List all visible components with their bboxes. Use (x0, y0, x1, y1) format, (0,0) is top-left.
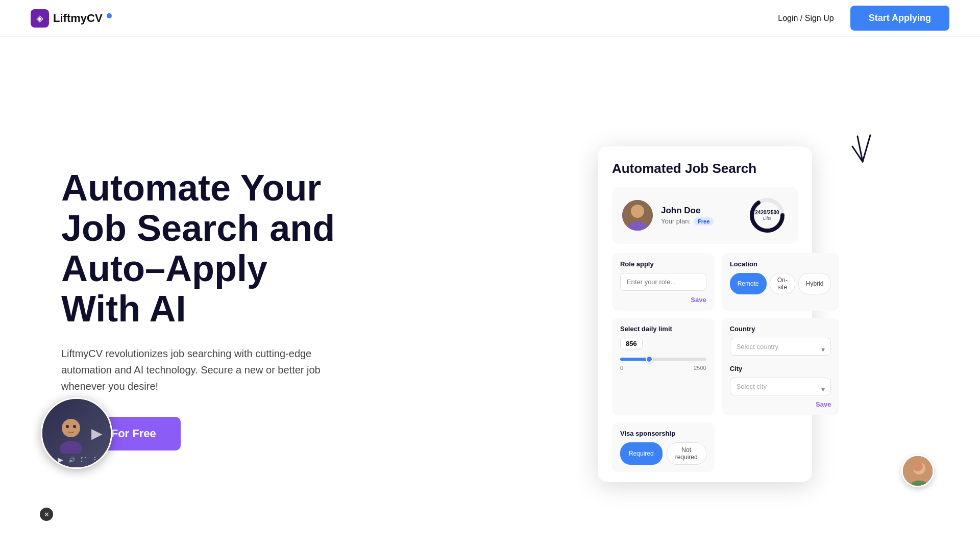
profile-plan: Your plan: Free (661, 217, 739, 226)
avatar-svg (622, 200, 653, 231)
face-svg (51, 413, 91, 454)
svg-line-5 (863, 135, 870, 162)
city-label: City (730, 365, 831, 372)
visa-not-required-button[interactable]: Not required (667, 442, 706, 465)
donut-text: 2420/2500 Lifts (755, 210, 779, 221)
svg-point-3 (73, 425, 76, 428)
location-hybrid-button[interactable]: Hybrid (798, 273, 831, 294)
city-select-wrapper: Select city (730, 378, 831, 400)
country-select-wrapper: Select country (730, 338, 831, 361)
role-save-link[interactable]: Save (620, 296, 706, 304)
role-input[interactable] (620, 273, 706, 291)
profile-info: John Doe Your plan: Free (661, 206, 739, 226)
svg-point-1 (60, 441, 82, 454)
avatar-container (622, 200, 653, 231)
more-icon[interactable]: ⋮ (91, 456, 99, 464)
avatar (622, 200, 653, 231)
country-select[interactable]: Select country (730, 338, 831, 356)
fullscreen-icon[interactable]: ⛶ (81, 457, 86, 463)
visa-required-button[interactable]: Required (620, 442, 663, 465)
app-card: Automated Job Search John Doe Yo (598, 146, 812, 482)
logo-text: LiftmyCV (53, 12, 103, 25)
profile-name: John Doe (661, 206, 739, 216)
visa-section: Visa sponsorship Required Not required (612, 422, 715, 472)
daily-limit-label: Select daily limit (620, 325, 706, 333)
video-close-button[interactable]: ✕ (40, 508, 53, 521)
nav-right: Login / Sign Up Start Applying (778, 6, 949, 31)
location-save-link[interactable]: Save (730, 400, 831, 408)
country-section: Country Select country City Select city (722, 318, 840, 415)
svg-point-8 (631, 205, 644, 218)
video-controls: ▶ 🔊 ⛶ ⋮ (54, 454, 120, 466)
floating-avatar (901, 455, 934, 487)
sparkle-svg (847, 131, 878, 167)
location-remote-button[interactable]: Remote (730, 273, 767, 294)
role-label: Role apply (620, 260, 706, 268)
svg-point-13 (913, 462, 925, 474)
slider-container: 856 0 2500 (620, 338, 706, 371)
logo-badge (107, 13, 112, 18)
location-buttons: Remote On-site Hybrid (730, 273, 831, 294)
daily-limit-section: Select daily limit 856 0 2500 (612, 318, 715, 415)
logo-icon: ◈ (31, 9, 49, 28)
city-container: City Select city (730, 365, 831, 400)
slider-thumb[interactable] (646, 356, 653, 363)
donut-chart: 2420/2500 Lifts (747, 195, 788, 236)
main-content: Automate Your Job Search and Auto–Apply … (0, 37, 980, 551)
card-title: Automated Job Search (612, 161, 798, 177)
city-select[interactable]: Select city (730, 378, 831, 395)
slider-value: 856 (620, 338, 643, 349)
location-label: Location (730, 260, 831, 268)
app-card-section: Automated Job Search John Doe Yo (491, 136, 919, 482)
volume-icon[interactable]: 🔊 (68, 457, 76, 463)
floating-avatar-svg (903, 456, 934, 487)
sparkle-decoration (847, 131, 878, 169)
svg-point-2 (66, 425, 69, 428)
role-section: Role apply Save (612, 253, 715, 311)
location-section: Location Remote On-site Hybrid (722, 253, 840, 311)
play-icon[interactable]: ▶ (58, 456, 63, 464)
profile-section: John Doe Your plan: Free 2420/2500 (612, 187, 798, 244)
start-applying-button[interactable]: Start Applying (850, 6, 949, 31)
country-label: Country (730, 325, 831, 333)
plan-badge: Free (694, 217, 714, 226)
logo: ◈ LiftmyCV (31, 9, 112, 28)
form-grid: Role apply Save Location Remote On-site … (612, 253, 798, 472)
visa-label: Visa sponsorship (620, 430, 706, 437)
hero-subtitle: LiftmyCV revolutionizes job searching wi… (61, 345, 347, 394)
donut-label: Lifts (755, 216, 779, 221)
visa-buttons: Required Not required (620, 442, 706, 465)
login-link[interactable]: Login / Sign Up (778, 14, 834, 23)
hero-section: Automate Your Job Search and Auto–Apply … (61, 168, 450, 451)
slider-range: 0 2500 (620, 365, 706, 371)
hero-title: Automate Your Job Search and Auto–Apply … (61, 168, 450, 330)
donut-value: 2420/2500 (755, 210, 779, 216)
floating-avatar-inner (903, 456, 933, 486)
location-onsite-button[interactable]: On-site (770, 273, 795, 294)
slider-fill (620, 358, 649, 361)
svg-point-0 (62, 419, 80, 437)
navbar: ◈ LiftmyCV Login / Sign Up Start Applyin… (0, 0, 980, 37)
slider-track (620, 358, 706, 361)
